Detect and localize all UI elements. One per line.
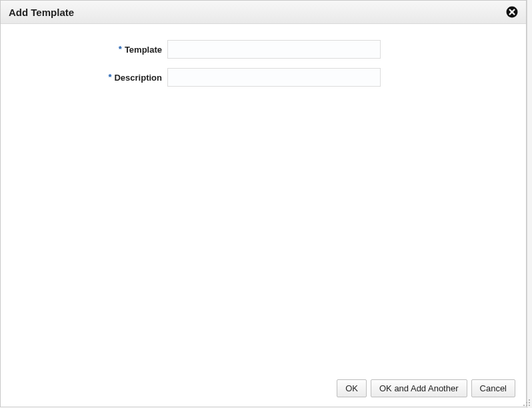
required-indicator: * <box>108 72 111 82</box>
svg-rect-4 <box>523 405 525 406</box>
resize-grip-icon <box>522 398 531 407</box>
svg-rect-6 <box>529 405 530 406</box>
template-label: Template <box>125 45 162 55</box>
resize-handle[interactable] <box>522 398 531 407</box>
form-row-template: * Template <box>14 40 513 59</box>
ok-add-another-button[interactable]: OK and Add Another <box>371 379 467 397</box>
right-edge-strip <box>527 0 532 408</box>
add-template-dialog: Add Template * Template * Description <box>0 0 527 407</box>
cancel-button[interactable]: Cancel <box>471 379 515 397</box>
ok-button[interactable]: OK <box>337 379 367 397</box>
required-indicator: * <box>119 44 122 54</box>
template-label-wrap: * Template <box>14 45 167 55</box>
close-button[interactable] <box>506 6 518 18</box>
svg-rect-3 <box>529 402 530 403</box>
svg-rect-1 <box>529 399 530 401</box>
svg-rect-2 <box>526 402 527 403</box>
dialog-header: Add Template <box>1 1 526 24</box>
close-icon <box>506 6 518 18</box>
form-row-description: * Description <box>14 68 513 87</box>
svg-rect-5 <box>526 405 527 406</box>
dialog-title: Add Template <box>9 7 74 18</box>
dialog-footer: OK OK and Add Another Cancel <box>1 373 526 407</box>
description-label-wrap: * Description <box>14 73 167 83</box>
description-input[interactable] <box>167 68 381 87</box>
dialog-body: * Template * Description <box>1 24 526 373</box>
template-input[interactable] <box>167 40 381 59</box>
description-label: Description <box>114 73 162 83</box>
